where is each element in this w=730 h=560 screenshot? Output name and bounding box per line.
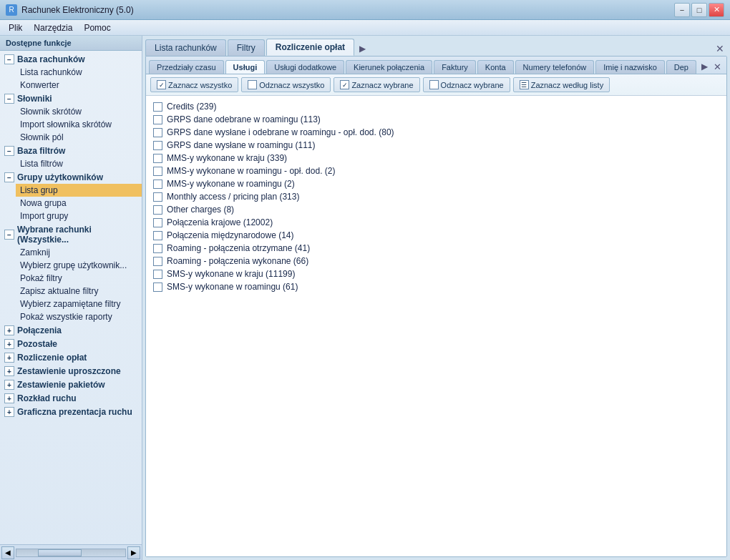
list-item[interactable]: Other charges (8) (152, 203, 721, 216)
list-item[interactable]: Połączenia krajowe (12002) (152, 216, 721, 229)
toggle-slowniki[interactable]: − (4, 94, 14, 104)
tree-header-rozklad[interactable]: + Rozkład ruchu (0, 392, 142, 405)
service-list[interactable]: Credits (239)GRPS dane odebrane w roamin… (146, 96, 726, 556)
toggle-grupy[interactable]: − (4, 172, 14, 182)
toggle-rozklad[interactable]: + (4, 393, 14, 403)
outer-tab-rozliczenie[interactable]: Rozliczenie opłat (266, 39, 354, 56)
minimize-button[interactable]: − (674, 3, 690, 17)
tree-header-wybrane[interactable]: − Wybrane rachunki (Wszystkie... (0, 223, 142, 246)
close-button[interactable]: ✕ (709, 3, 724, 17)
sidebar-scroll[interactable]: − Baza rachunków Lista rachunków Konwert… (0, 51, 142, 544)
tree-header-polaczenia[interactable]: + Połączenia (0, 324, 142, 337)
tree-header-pozostale[interactable]: + Pozostałe (0, 338, 142, 350)
maximize-button[interactable]: □ (691, 3, 707, 17)
tree-header-baza-rachunkow[interactable]: − Baza rachunków (0, 53, 142, 66)
inner-tab-uslugi-dod[interactable]: Usługi dodatkowe (266, 60, 344, 74)
toggle-zestawienie-pak[interactable]: + (4, 380, 14, 390)
service-checkbox[interactable] (153, 141, 162, 150)
list-item[interactable]: Monthly access / pricing plan (313) (152, 190, 721, 203)
toggle-graficzna[interactable]: + (4, 407, 14, 417)
service-checkbox[interactable] (153, 257, 162, 266)
toggle-baza-rachunkow[interactable]: − (4, 54, 14, 64)
inner-tab-overflow-button[interactable]: ▶ (698, 59, 711, 74)
service-checkbox[interactable] (153, 115, 162, 124)
list-item[interactable]: Roaming - połączenia otrzymane (41) (152, 242, 721, 255)
inner-tab-dep[interactable]: Dep (666, 60, 696, 74)
outer-tab-filtry[interactable]: Filtry (228, 39, 265, 56)
list-item[interactable]: Roaming - połączenia wykonane (66) (152, 255, 721, 267)
service-checkbox[interactable] (153, 244, 162, 253)
sidebar-item-konwerter[interactable]: Konwerter (16, 79, 142, 92)
tree-header-zestawienie-pak[interactable]: + Zestawienie pakietów (0, 378, 142, 391)
tree-header-slowniki[interactable]: − Słowniki (0, 92, 142, 105)
scroll-left-button[interactable]: ◀ (1, 546, 14, 559)
outer-tab-panel-close[interactable]: ✕ (713, 41, 727, 56)
menu-plik[interactable]: Plik (3, 21, 28, 34)
sidebar-item-nowa-grupa[interactable]: Nowa grupa (16, 197, 142, 210)
sidebar-item-zapisz-filtry[interactable]: Zapisz aktualne filtry (16, 285, 142, 298)
menu-narzedzia[interactable]: Narzędzia (28, 21, 78, 34)
toggle-rozliczenie[interactable]: + (4, 353, 14, 363)
toggle-wybrane[interactable]: − (4, 230, 14, 240)
service-checkbox[interactable] (153, 205, 162, 215)
service-checkbox[interactable] (153, 218, 162, 227)
toggle-polaczenia[interactable]: + (4, 325, 14, 335)
service-checkbox[interactable] (153, 154, 162, 163)
inner-tab-przedzialy[interactable]: Przedziały czasu (149, 60, 224, 74)
service-checkbox[interactable] (153, 270, 162, 279)
scroll-track[interactable] (16, 549, 126, 557)
toggle-pozostale[interactable]: + (4, 339, 14, 349)
service-checkbox[interactable] (153, 167, 162, 176)
inner-tab-kierunek[interactable]: Kierunek połączenia (346, 60, 432, 74)
list-item[interactable]: GRPS dane odebrane w roamingu (113) (152, 113, 721, 126)
sidebar-item-wybierz-grupe[interactable]: Wybierz grupę użytkownik... (16, 259, 142, 272)
tree-header-grupy[interactable]: − Grupy użytkowników (0, 171, 142, 184)
tree-header-rozliczenie[interactable]: + Rozliczenie opłat (0, 351, 142, 364)
list-item[interactable]: SMS-y wykonane w roamingu (61) (152, 280, 721, 293)
list-item[interactable]: MMS-y wykonane w roamingu (2) (152, 177, 721, 190)
inner-tab-uslugi[interactable]: Usługi (225, 60, 266, 74)
sidebar-item-pokaz-raporty[interactable]: Pokaż wszystkie raporty (16, 310, 142, 323)
menu-pomoc[interactable]: Pomoc (78, 21, 116, 34)
sidebar-item-wybierz-filtry[interactable]: Wybierz zapamiętane filtry (16, 298, 142, 310)
list-item[interactable]: Połączenia międzynarodowe (14) (152, 229, 721, 242)
sidebar-item-import-slownika[interactable]: Import słownika skrótów (16, 118, 142, 131)
service-checkbox[interactable] (153, 231, 162, 240)
sidebar-item-pokaz-filtry[interactable]: Pokaż filtry (16, 272, 142, 285)
sidebar-item-zamknij[interactable]: Zamknij (16, 246, 142, 259)
tree-header-baza-filtrow[interactable]: − Baza filtrów (0, 144, 142, 157)
list-item[interactable]: MMS-y wykonane w roamingu - opł. dod. (2… (152, 164, 721, 177)
list-item[interactable]: SMS-y wykonane w kraju (11199) (152, 267, 721, 280)
check-list-button[interactable]: ☰ Zaznacz według listy (513, 77, 610, 92)
sidebar-item-lista-filtrow[interactable]: Lista filtrów (16, 157, 142, 170)
outer-tab-lista-rachunkow[interactable]: Lista rachunków (145, 39, 226, 56)
check-all-button[interactable]: ✓ Zaznacz wszystko (150, 77, 238, 92)
tree-header-zestawienie-up[interactable]: + Zestawienie uproszczone (0, 365, 142, 378)
inner-tab-close-button[interactable]: ✕ (711, 60, 724, 73)
service-checkbox[interactable] (153, 180, 162, 189)
sidebar-item-lista-rachunkow[interactable]: Lista rachunków (16, 66, 142, 79)
service-checkbox[interactable] (153, 192, 162, 202)
inner-tab-faktury[interactable]: Faktury (434, 60, 476, 74)
check-selected-button[interactable]: ✓ Zaznacz wybrane (334, 77, 419, 92)
sidebar-item-lista-grup[interactable]: Lista grup (16, 184, 142, 197)
uncheck-all-button[interactable]: Odznacz wszystko (241, 77, 331, 92)
inner-tab-numery[interactable]: Numery telefonów (515, 60, 595, 74)
tab-overflow-button[interactable]: ▶ (356, 41, 369, 56)
service-checkbox[interactable] (153, 102, 162, 112)
service-checkbox[interactable] (153, 128, 162, 137)
list-item[interactable]: GRPS dane wysłane w roamingu (111) (152, 139, 721, 152)
list-item[interactable]: GRPS dane wysłane i odebrane w roamingu … (152, 126, 721, 139)
sidebar-item-slownik-pol[interactable]: Słownik pól (16, 131, 142, 144)
inner-tab-konta[interactable]: Konta (477, 60, 514, 74)
inner-tab-imie[interactable]: Imię i nazwisko (595, 60, 665, 74)
list-item[interactable]: Credits (239) (152, 100, 721, 113)
uncheck-selected-button[interactable]: Odznacz wybrane (423, 77, 510, 92)
toggle-baza-filtrow[interactable]: − (4, 146, 14, 156)
sidebar-item-import-grupy[interactable]: Import grupy (16, 210, 142, 222)
service-checkbox[interactable] (153, 283, 162, 292)
toggle-zestawienie-up[interactable]: + (4, 366, 14, 376)
sidebar-item-slownik-skrotow[interactable]: Słownik skrótów (16, 105, 142, 118)
list-item[interactable]: MMS-y wykonane w kraju (339) (152, 152, 721, 164)
tree-header-graficzna[interactable]: + Graficzna prezentacja ruchu (0, 406, 142, 418)
